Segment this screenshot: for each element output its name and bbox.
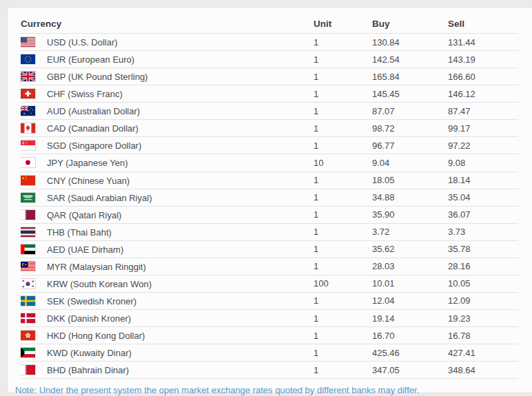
currency-label: USD (U.S. Dollar) <box>47 37 118 48</box>
currency-cell: THB (Thai Baht) <box>21 223 314 240</box>
unit-value: 1 <box>314 120 372 137</box>
currency-cell: QAR (Qatari Riyal) <box>21 206 314 223</box>
currency-label: BHD (Bahrain Dinar) <box>47 365 129 375</box>
currency-cell: MYR (Malaysian Ringgit) <box>21 258 314 275</box>
currency-cell: CAD (Canadian Dollar) <box>21 120 314 137</box>
currency-cell: SEK (Swedish Kroner) <box>21 292 314 309</box>
sell-value: 12.09 <box>448 292 518 309</box>
table-row: KWD (Kuwaity Dinar) 1 425.46 427.41 <box>21 344 518 362</box>
buy-value: 87.07 <box>372 103 448 120</box>
table-row: USD (U.S. Dollar) 1 130.84 131.44 <box>21 34 518 51</box>
thailand-flag-icon <box>21 227 35 237</box>
buy-value: 347.05 <box>372 362 448 379</box>
sell-value: 18.14 <box>448 171 518 189</box>
unit-value: 1 <box>314 171 372 189</box>
table-row: SAR (Saudi Arabian Riyal) 1 34.88 35.04 <box>21 189 518 206</box>
unit-value: 1 <box>314 344 372 362</box>
unit-value: 1 <box>314 85 372 103</box>
unit-value: 1 <box>314 258 372 275</box>
currency-cell: SAR (Saudi Arabian Riyal) <box>21 189 314 206</box>
buy-value: 3.72 <box>372 223 448 240</box>
column-header-buy: Buy <box>372 10 448 34</box>
buy-value: 165.84 <box>372 68 448 85</box>
currency-cell: AED (UAE Dirham) <box>21 240 314 258</box>
sell-value: 166.60 <box>448 68 518 85</box>
buy-value: 16.70 <box>372 327 448 344</box>
eu-flag-icon <box>21 54 35 64</box>
buy-value: 10.01 <box>372 275 448 292</box>
denmark-flag-icon <box>21 313 35 323</box>
unit-value: 1 <box>314 310 372 327</box>
bahrain-flag-icon <box>21 365 35 375</box>
table-row: BHD (Bahrain Dinar) 1 347.05 348.64 <box>21 362 518 379</box>
currency-cell: USD (U.S. Dollar) <box>21 34 314 51</box>
sweden-flag-icon <box>21 296 35 306</box>
currency-cell: GBP (UK Pound Sterling) <box>21 68 314 85</box>
table-row: GBP (UK Pound Sterling) 1 165.84 166.60 <box>21 68 518 85</box>
sell-value: 427.41 <box>448 344 518 362</box>
currency-label: AUD (Australian Dollar) <box>47 106 140 116</box>
south-korea-flag-icon <box>21 279 35 289</box>
buy-value: 145.45 <box>372 85 448 103</box>
currency-label: CNY (Chinese Yuan) <box>47 176 130 186</box>
buy-value: 35.62 <box>372 240 448 258</box>
unit-value: 1 <box>314 206 372 223</box>
sell-value: 28.16 <box>448 258 518 275</box>
sell-value: 9.08 <box>448 154 518 171</box>
table-row: AUD (Australian Dollar) 1 87.07 87.47 <box>21 103 518 120</box>
column-header-currency: Currency <box>21 10 314 34</box>
table-row: SEK (Swedish Kroner) 1 12.04 12.09 <box>21 292 518 309</box>
currency-cell: KRW (South Korean Won) <box>21 275 314 292</box>
unit-value: 1 <box>314 68 372 85</box>
qatar-flag-icon <box>21 210 35 220</box>
buy-value: 9.04 <box>372 154 448 171</box>
buy-value: 142.54 <box>372 51 448 68</box>
unit-value: 100 <box>314 275 372 292</box>
sell-value: 146.12 <box>448 85 518 103</box>
unit-value: 1 <box>314 137 372 154</box>
currency-cell: CHF (Swiss Franc) <box>21 85 314 103</box>
sell-value: 36.07 <box>448 206 518 223</box>
table-row: KRW (South Korean Won) 100 10.01 10.05 <box>21 275 518 292</box>
unit-value: 1 <box>314 327 372 344</box>
currency-label: CAD (Canadian Dollar) <box>47 123 139 134</box>
table-row: JPY (Japanese Yen) 10 9.04 9.08 <box>21 154 518 171</box>
unit-value: 1 <box>314 103 372 120</box>
canada-flag-icon <box>21 123 35 133</box>
currency-label: KRW (South Korean Won) <box>47 279 152 289</box>
sell-value: 19.23 <box>448 310 518 327</box>
hong-kong-flag-icon <box>21 331 35 340</box>
kuwait-flag-icon <box>21 348 35 357</box>
unit-value: 1 <box>314 362 372 379</box>
currency-cell: JPY (Japanese Yen) <box>21 154 314 171</box>
china-flag-icon <box>21 176 35 185</box>
malaysia-flag-icon <box>21 262 35 271</box>
exchange-rates-card: Currency Unit Buy Sell USD (U.S. Dollar)… <box>7 7 532 393</box>
currency-cell: HKD (Hong Kong Dollar) <box>21 327 314 344</box>
sell-value: 97.22 <box>448 137 518 154</box>
unit-value: 1 <box>314 189 372 206</box>
unit-value: 1 <box>314 51 372 68</box>
unit-value: 1 <box>314 292 372 309</box>
switzerland-flag-icon <box>21 89 35 98</box>
table-row: CHF (Swiss Franc) 1 145.45 146.12 <box>21 85 518 103</box>
sell-value: 99.17 <box>448 120 518 137</box>
currency-cell: KWD (Kuwaity Dinar) <box>21 344 314 362</box>
note-text: Note: Under the present system the open … <box>15 385 532 395</box>
currency-label: KWD (Kuwaity Dinar) <box>47 348 132 358</box>
column-header-unit: Unit <box>314 10 372 34</box>
currency-cell: AUD (Australian Dollar) <box>21 103 314 120</box>
currency-label: GBP (UK Pound Sterling) <box>47 72 147 82</box>
currency-label: AED (UAE Dirham) <box>47 244 123 255</box>
us-flag-icon <box>21 37 35 47</box>
sell-value: 35.04 <box>448 189 518 206</box>
table-row: QAR (Qatari Riyal) 1 35.90 36.07 <box>21 206 518 223</box>
japan-flag-icon <box>21 158 35 167</box>
sell-value: 16.78 <box>448 327 518 344</box>
currency-label: QAR (Qatari Riyal) <box>47 210 121 220</box>
buy-value: 34.88 <box>372 189 448 206</box>
buy-value: 98.72 <box>372 120 448 137</box>
uae-flag-icon <box>21 244 35 254</box>
sell-value: 10.05 <box>448 275 518 292</box>
sell-value: 348.64 <box>448 362 518 379</box>
